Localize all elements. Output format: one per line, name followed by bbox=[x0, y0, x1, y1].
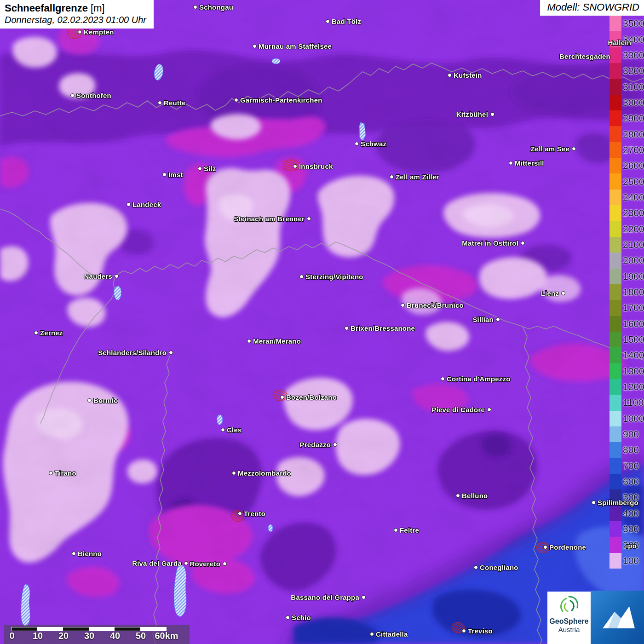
scale-label-20: 20 bbox=[58, 631, 69, 641]
city-dot-zell-am-ziller bbox=[390, 175, 394, 179]
map-title: Schneefallgrenze bbox=[5, 2, 88, 14]
city-dot-predazzo bbox=[333, 443, 337, 447]
city-label-spilimbergo: Spilimbergo bbox=[598, 499, 638, 506]
city-dot-schongau bbox=[193, 5, 197, 9]
city-label-cortina-d-ampezzo: Cortina d'Ampezzo bbox=[447, 375, 511, 383]
city-label-silz: Silz bbox=[204, 165, 216, 172]
city-dot-pieve-di-cadore bbox=[487, 408, 491, 412]
city-dot-belluno bbox=[456, 494, 460, 498]
city-label-schio: Schio bbox=[292, 614, 311, 621]
city-dot-riva-del-garda bbox=[184, 561, 188, 565]
city-dot-lienz bbox=[561, 291, 565, 295]
scale-numbers: 0102030405060km bbox=[4, 631, 190, 643]
city-label-sonthofen: Sonthofen bbox=[76, 92, 111, 99]
scale-stripe bbox=[89, 627, 115, 631]
city-dot-feltre bbox=[394, 528, 398, 532]
geosphere-logo: GeoSphere Austria bbox=[547, 592, 591, 644]
map-datetime: Donnerstag, 02.02.2023 01:00 Uhr bbox=[5, 14, 146, 25]
city-label-schlanders-silandro: Schlanders/Silandro bbox=[98, 349, 167, 356]
city-label-rovereto: Rovereto bbox=[190, 560, 220, 568]
city-label-lienz: Lienz bbox=[541, 289, 559, 297]
city-label-cittadella: Cittadella bbox=[376, 630, 408, 638]
city-label-innsbruck: Innsbruck bbox=[299, 162, 333, 170]
city-dot-sillian bbox=[496, 317, 500, 322]
city-dot-cittadella bbox=[370, 632, 374, 636]
city-label-zell-am-ziller: Zell am Ziller bbox=[396, 173, 439, 181]
city-label-schongau: Schongau bbox=[199, 3, 233, 11]
city-label-schwaz: Schwaz bbox=[361, 140, 386, 148]
city-dot-sterzing-vipiteno bbox=[299, 275, 304, 279]
city-label-feltre: Feltre bbox=[400, 526, 419, 534]
city-label-bad-t-lz: Bad Tölz bbox=[332, 17, 361, 25]
city-dot-cortina-d-ampezzo bbox=[441, 377, 445, 381]
scale-label-10: 10 bbox=[33, 631, 43, 641]
city-label-meran-merano: Meran/Merano bbox=[253, 337, 301, 345]
city-dot-trento bbox=[238, 512, 242, 516]
scale-bar: 0102030405060km bbox=[4, 625, 190, 644]
city-label-murnau-am-staffelsee: Murnau am Staffelsee bbox=[259, 42, 332, 50]
city-dot-rovereto bbox=[223, 562, 227, 566]
city-label-bozen-bolzano: Bozen/Bolzano bbox=[286, 393, 337, 401]
city-dot-schio bbox=[286, 615, 290, 620]
city-label-mezzolombardo: Mezzolombardo bbox=[238, 469, 291, 477]
city-dot-brixen-bressanone bbox=[345, 326, 349, 330]
scale-label-60km: 60km bbox=[155, 631, 178, 641]
city-dot-mittersill bbox=[509, 161, 513, 165]
city-label-steinach-am-brenner: Steinach am Brenner bbox=[234, 215, 305, 223]
city-dot-zernez bbox=[34, 331, 38, 335]
city-dot-bienno bbox=[72, 552, 76, 556]
city-label-predazzo: Predazzo bbox=[300, 441, 331, 448]
scale-stripe bbox=[140, 627, 166, 631]
city-dot-nauders bbox=[115, 274, 119, 278]
city-label-berchtesgaden: Berchtesgaden bbox=[559, 52, 610, 60]
scale-label-0: 0 bbox=[9, 631, 14, 641]
geosphere-logo-icon bbox=[557, 593, 581, 617]
city-dot-sonthofen bbox=[70, 93, 75, 98]
scale-label-40: 40 bbox=[110, 631, 120, 641]
city-label-tirano: Tirano bbox=[55, 469, 76, 477]
city-label-belluno: Belluno bbox=[462, 492, 488, 500]
city-dot-bad-t-lz bbox=[326, 19, 330, 23]
city-label-matrei-in-osttirol: Matrei in Osttirol bbox=[462, 239, 518, 247]
mountain-logo bbox=[591, 591, 644, 644]
city-label-kufstein: Kufstein bbox=[454, 71, 482, 79]
city-dot-kufstein bbox=[448, 73, 452, 77]
city-label-imst: Imst bbox=[168, 171, 183, 178]
city-label-reutte: Reutte bbox=[164, 99, 186, 107]
city-dot-silz bbox=[198, 167, 202, 171]
city-label-sillian: Sillian bbox=[472, 316, 494, 323]
city-dot-schlanders-silandro bbox=[169, 351, 173, 355]
city-dot-treviso bbox=[462, 629, 466, 633]
city-label-sterzing-vipiteno: Sterzing/Vipiteno bbox=[305, 273, 363, 281]
city-dot-tirano bbox=[49, 471, 53, 475]
map-unit: [m] bbox=[91, 2, 105, 14]
city-dot-reutte bbox=[158, 101, 162, 105]
city-label-brixen-bressanone: Brixen/Bressanone bbox=[351, 324, 415, 332]
city-label-landeck: Landeck bbox=[132, 201, 161, 208]
city-dot-kempten bbox=[78, 30, 82, 34]
city-label-treviso: Treviso bbox=[468, 627, 493, 635]
scale-stripe bbox=[37, 627, 63, 631]
scale-label-50: 50 bbox=[136, 631, 146, 641]
model-label: Modell: SNOWGRID bbox=[540, 0, 644, 16]
city-dot-steinach-am-brenner bbox=[307, 217, 311, 221]
city-label-conegliano: Conegliano bbox=[480, 564, 518, 571]
city-label-ipo: ipo bbox=[626, 542, 637, 550]
city-layer: SchongauBad TölzKemptenMurnau am Staffel… bbox=[0, 0, 644, 644]
city-label-garmisch-partenkirchen: Garmisch-Partenkirchen bbox=[240, 96, 322, 104]
scale-stripe bbox=[12, 627, 37, 631]
city-dot-spilimbergo bbox=[592, 500, 596, 505]
city-label-zernez: Zernez bbox=[40, 329, 63, 337]
city-dot-garmisch-partenkirchen bbox=[234, 98, 238, 102]
city-label-kitzb-hel: Kitzbühel bbox=[456, 110, 488, 118]
city-dot-bormio bbox=[87, 398, 92, 402]
city-label-hallein: Hallein bbox=[608, 39, 631, 46]
city-dot-cles bbox=[221, 428, 225, 432]
city-dot-mezzolombardo bbox=[232, 471, 236, 475]
city-label-trento: Trento bbox=[244, 510, 265, 518]
city-label-bassano-del-grappa: Bassano del Grappa bbox=[291, 593, 359, 601]
city-label-nauders: Nauders bbox=[84, 272, 112, 280]
city-label-kempten: Kempten bbox=[84, 28, 114, 36]
city-label-mittersill: Mittersill bbox=[515, 159, 544, 167]
city-dot-kitzb-hel bbox=[490, 112, 494, 116]
